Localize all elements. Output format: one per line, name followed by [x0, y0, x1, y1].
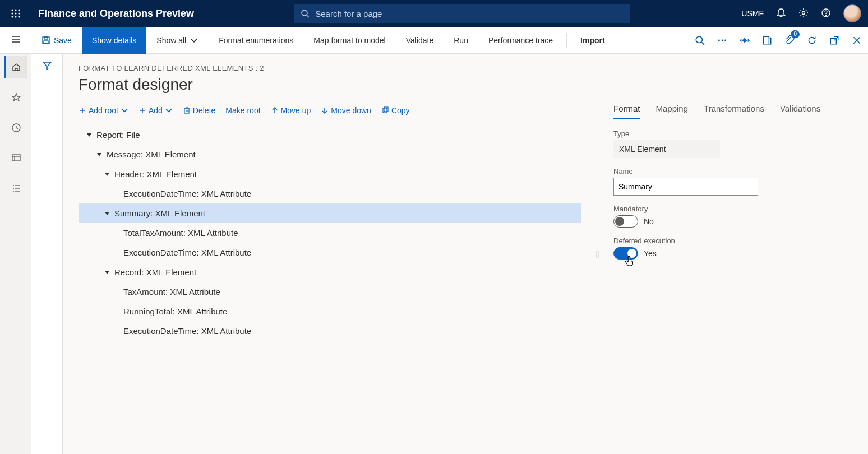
- modules-icon[interactable]: [4, 177, 27, 200]
- svg-point-7: [15, 16, 16, 17]
- content-row: Add root Add Delete Make root: [79, 104, 855, 341]
- caret-down-icon: [94, 152, 104, 157]
- recent-icon[interactable]: [4, 117, 27, 139]
- field-deferred: Deferred execution Yes: [613, 237, 855, 260]
- tree-row[interactable]: TaxAmount: XML Attribute: [79, 282, 581, 302]
- tree-row[interactable]: Message: XML Element: [79, 145, 581, 164]
- refresh-icon[interactable]: [801, 27, 823, 54]
- field-mandatory: Mandatory No: [613, 205, 855, 228]
- add-root-button[interactable]: Add root: [79, 106, 128, 115]
- office-icon[interactable]: [756, 27, 778, 54]
- tab-validations[interactable]: Validations: [780, 104, 820, 119]
- mandatory-label: Mandatory: [613, 205, 855, 213]
- search-input[interactable]: Search for a page: [294, 4, 630, 23]
- top-nav: Finance and Operations Preview Search fo…: [0, 0, 868, 27]
- performance-trace-button[interactable]: Performance trace: [478, 27, 563, 54]
- svg-point-13: [825, 15, 826, 15]
- svg-marker-60: [105, 173, 109, 176]
- svg-point-4: [15, 12, 16, 14]
- tree-row[interactable]: ExecutionDateTime: XML Attribute: [79, 184, 581, 203]
- import-button[interactable]: Import: [570, 27, 615, 54]
- tree-row-selected[interactable]: Summary: XML Element: [79, 203, 581, 223]
- copy-button[interactable]: Copy: [381, 106, 410, 115]
- tree-row[interactable]: TotalTaxAmount: XML Attribute: [79, 223, 581, 243]
- delete-button[interactable]: Delete: [183, 106, 215, 115]
- add-button[interactable]: Add: [138, 106, 173, 115]
- details-panel: Format Mapping Transformations Validatio…: [613, 104, 855, 341]
- save-button[interactable]: Save: [31, 27, 82, 54]
- more-icon[interactable]: [711, 27, 733, 54]
- favorites-icon[interactable]: [4, 86, 27, 109]
- move-up-button[interactable]: Move up: [271, 106, 311, 115]
- tree-row[interactable]: ExecutionDateTime: XML Attribute: [79, 243, 581, 262]
- search-ribbon-icon[interactable]: [689, 27, 711, 54]
- svg-line-21: [701, 42, 704, 45]
- home-icon[interactable]: [4, 56, 27, 78]
- svg-marker-26: [740, 38, 741, 42]
- svg-marker-27: [748, 38, 750, 42]
- tab-format[interactable]: Format: [613, 104, 640, 119]
- close-icon[interactable]: [846, 27, 868, 54]
- name-input[interactable]: [613, 178, 758, 196]
- app-launcher-icon[interactable]: [7, 4, 25, 22]
- gear-icon[interactable]: [798, 8, 809, 20]
- attachments-icon[interactable]: 0: [778, 27, 801, 54]
- deferred-value: Yes: [644, 249, 657, 258]
- svg-point-0: [11, 9, 13, 11]
- svg-point-20: [696, 36, 702, 43]
- avatar[interactable]: [843, 4, 861, 22]
- svg-rect-35: [12, 155, 20, 161]
- help-icon[interactable]: [821, 8, 831, 20]
- popout-icon[interactable]: [823, 27, 846, 54]
- filter-icon: [42, 61, 52, 71]
- search-wrap: Search for a page: [194, 4, 730, 23]
- svg-marker-61: [105, 212, 109, 215]
- make-root-button[interactable]: Make root: [225, 106, 260, 115]
- breadcrumb: FORMAT TO LEARN DEFERRED XML ELEMENTS : …: [79, 64, 855, 72]
- nav-toggle[interactable]: [0, 27, 31, 53]
- svg-point-1: [15, 9, 16, 11]
- tab-transformations[interactable]: Transformations: [704, 104, 764, 119]
- body: FORMAT TO LEARN DEFERRED XML ELEMENTS : …: [0, 54, 868, 454]
- company-picker[interactable]: USMF: [741, 9, 764, 18]
- field-name: Name: [613, 167, 855, 196]
- tree-row[interactable]: RunningTotal: XML Attribute: [79, 302, 581, 321]
- svg-marker-59: [97, 153, 101, 156]
- mandatory-value: No: [644, 217, 654, 226]
- type-value: XML Element: [613, 140, 720, 158]
- bell-icon[interactable]: [776, 8, 786, 20]
- tree-row[interactable]: Report: File: [79, 125, 581, 145]
- mandatory-toggle[interactable]: [613, 215, 638, 228]
- move-down-button[interactable]: Move down: [321, 106, 371, 115]
- tree-row[interactable]: Record: XML Element: [79, 262, 581, 282]
- chevron-down-icon: [165, 106, 173, 114]
- tree-row[interactable]: Header: XML Element: [79, 164, 581, 184]
- top-right: USMF: [741, 4, 861, 22]
- filter-column[interactable]: [31, 54, 63, 454]
- diamond-icon[interactable]: [733, 27, 756, 54]
- caret-down-icon: [102, 211, 112, 216]
- show-details-button[interactable]: Show details: [82, 27, 146, 54]
- svg-marker-33: [12, 94, 20, 101]
- validate-button[interactable]: Validate: [396, 27, 444, 54]
- tree-panel: Add root Add Delete Make root: [79, 104, 581, 341]
- deferred-toggle[interactable]: [613, 247, 638, 260]
- workspaces-icon[interactable]: [4, 147, 27, 169]
- name-label: Name: [613, 167, 855, 175]
- tree-row[interactable]: ExecutionDateTime: XML Attribute: [79, 321, 581, 341]
- run-button[interactable]: Run: [444, 27, 478, 54]
- format-enumerations-button[interactable]: Format enumerations: [209, 27, 303, 54]
- svg-point-24: [724, 39, 726, 41]
- tab-mapping[interactable]: Mapping: [656, 104, 689, 119]
- splitter-handle[interactable]: ‖: [594, 249, 600, 258]
- ribbon-main: Save Show details Show all Format enumer…: [31, 27, 868, 53]
- caret-down-icon: [84, 132, 94, 138]
- svg-rect-49: [184, 109, 189, 113]
- svg-marker-25: [742, 38, 747, 43]
- page-title: Format designer: [79, 76, 855, 94]
- left-rail: [0, 54, 31, 454]
- svg-point-5: [18, 12, 20, 14]
- svg-point-11: [802, 11, 805, 14]
- show-all-button[interactable]: Show all: [146, 27, 209, 54]
- map-format-button[interactable]: Map format to model: [303, 27, 395, 54]
